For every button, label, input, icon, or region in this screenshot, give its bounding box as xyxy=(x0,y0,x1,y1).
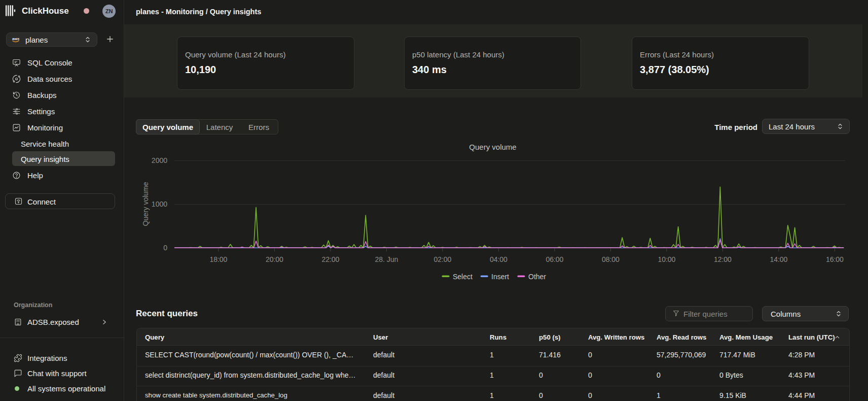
svg-text:06:00: 06:00 xyxy=(546,255,563,263)
svg-text:08:00: 08:00 xyxy=(602,255,620,263)
svg-text:0: 0 xyxy=(163,244,167,252)
svg-text:Query volume: Query volume xyxy=(469,143,516,151)
svg-text:12:00: 12:00 xyxy=(714,255,732,263)
svg-text:Insert: Insert xyxy=(491,273,509,281)
svg-text:Query volume: Query volume xyxy=(141,182,150,226)
svg-text:1000: 1000 xyxy=(152,200,167,208)
svg-text:14:00: 14:00 xyxy=(770,255,787,263)
svg-text:22:00: 22:00 xyxy=(321,255,339,263)
svg-text:18:00: 18:00 xyxy=(209,255,227,263)
svg-text:Select: Select xyxy=(453,273,473,281)
svg-text:aws: aws xyxy=(12,37,19,41)
svg-text:28. Jun: 28. Jun xyxy=(375,255,398,263)
svg-text:2000: 2000 xyxy=(152,156,167,164)
svg-text:Other: Other xyxy=(528,273,546,281)
svg-text:16:00: 16:00 xyxy=(826,255,844,263)
svg-text:20:00: 20:00 xyxy=(266,255,283,263)
svg-text:04:00: 04:00 xyxy=(490,255,508,263)
svg-text:02:00: 02:00 xyxy=(433,255,451,263)
svg-text:10:00: 10:00 xyxy=(658,255,675,263)
